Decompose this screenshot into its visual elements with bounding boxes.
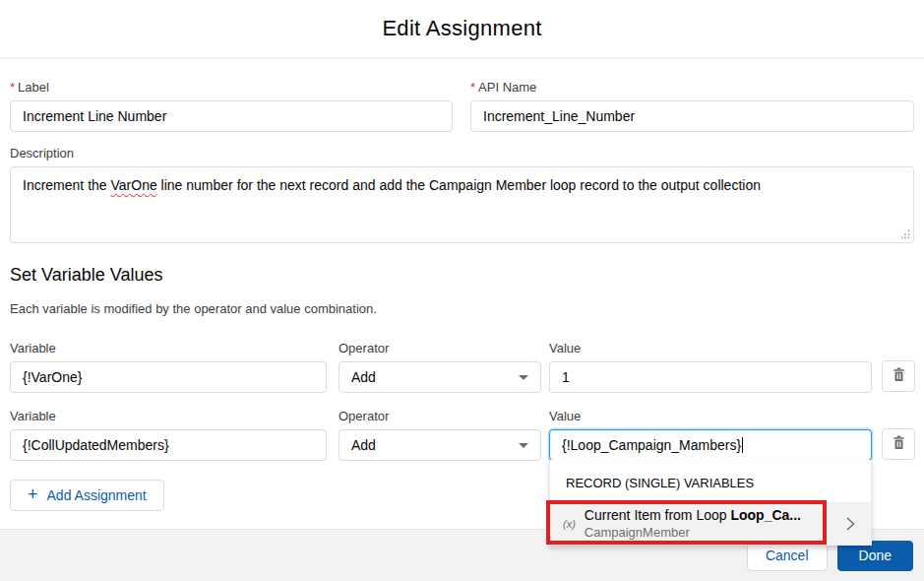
dropdown-group-header: RECORD (SINGLE) VARIABLES [550, 460, 871, 502]
label-input[interactable]: Increment Line Number [10, 100, 453, 132]
name-fields-row: *Label Increment Line Number *API Name I… [10, 80, 914, 134]
operator-field: Operator Add [339, 341, 541, 393]
variable-input[interactable]: {!CollUpdatedMembers} [10, 429, 327, 461]
edit-assignment-dialog: Edit Assignment *Label Increment Line Nu… [0, 0, 924, 581]
trash-icon [893, 367, 905, 386]
api-name-field-label: *API Name [470, 80, 914, 95]
value-input[interactable]: 1 [549, 361, 872, 393]
api-name-field: *API Name Increment_Line_Number [470, 80, 914, 132]
plus-icon: + [28, 484, 38, 505]
add-assignment-button[interactable]: + Add Assignment [10, 480, 164, 511]
text-cursor [742, 437, 743, 453]
value-field: Value 1 [549, 341, 872, 393]
chevron-right-icon[interactable] [841, 513, 859, 535]
section-heading: Set Variable Values [10, 265, 162, 286]
section-description: Each variable is modified by the operato… [10, 301, 377, 316]
dropdown-item-title: Current Item from Loop Loop_Ca... [585, 507, 801, 523]
required-asterisk: * [470, 80, 475, 95]
assignment-row-2: Variable {!CollUpdatedMembers} Operator … [10, 409, 915, 460]
dialog-header: Edit Assignment [0, 0, 924, 59]
description-field-label: Description [10, 146, 914, 161]
value-dropdown-panel: RECORD (SINGLE) VARIABLES (x) Current It… [549, 460, 872, 546]
delete-assignment-button[interactable] [882, 428, 915, 460]
operator-select[interactable]: Add [339, 361, 541, 393]
variable-field: Variable {!VarOne} [10, 341, 327, 393]
variable-icon: (x) [563, 518, 576, 530]
description-field: Description Increment the VarOne line nu… [10, 146, 914, 243]
operator-select[interactable]: Add [339, 429, 541, 461]
value-field: Value {!Loop_Campaign_Mambers} [549, 409, 872, 461]
label-field: *Label Increment Line Number [10, 80, 453, 132]
api-name-input[interactable]: Increment_Line_Number [470, 100, 914, 132]
delete-assignment-button[interactable] [882, 360, 915, 392]
page-title: Edit Assignment [382, 16, 541, 41]
dropdown-item-current-loop-item[interactable]: (x) Current Item from Loop Loop_Ca... Ca… [550, 502, 871, 545]
misspelled-word: VarOne [111, 177, 157, 193]
variable-input[interactable]: {!VarOne} [10, 361, 327, 393]
chevron-down-icon [519, 443, 528, 448]
required-asterisk: * [10, 80, 15, 95]
chevron-down-icon [519, 375, 528, 380]
assignment-row-1: Variable {!VarOne} Operator Add Value 1 [10, 341, 915, 392]
label-field-label: *Label [10, 80, 453, 95]
resize-grip-icon[interactable] [900, 229, 910, 239]
description-textarea[interactable]: Increment the VarOne line number for the… [10, 166, 914, 243]
dropdown-item-subtitle: CampaignMember [585, 525, 801, 542]
trash-icon [893, 435, 905, 454]
variable-field: Variable {!CollUpdatedMembers} [10, 409, 327, 461]
operator-field: Operator Add [339, 409, 541, 461]
value-input-focused[interactable]: {!Loop_Campaign_Mambers} [549, 429, 872, 461]
